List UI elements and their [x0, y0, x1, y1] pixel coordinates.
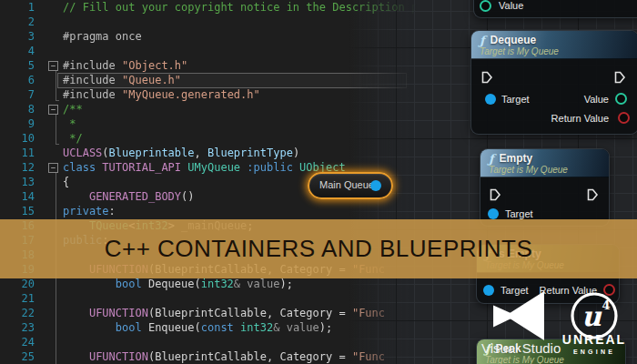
line-number: 6 [0, 73, 35, 87]
code-line: 25 UFUNCTION(BlueprintCallable, Category… [0, 349, 420, 364]
code-line: 4 [0, 44, 420, 58]
exec-in-pin[interactable] [481, 71, 493, 84]
code-line: 9 * [0, 116, 420, 131]
visual-studio-icon [491, 289, 546, 342]
exec-out-pin[interactable] [614, 71, 626, 84]
line-number: 3 [0, 29, 35, 44]
code-line: 15private: [0, 204, 420, 218]
pin-label: Target [501, 93, 530, 106]
target-pin[interactable] [485, 94, 496, 105]
node-header: ƒ Empty Target is My Queue [480, 149, 609, 177]
unreal-label: UNREAL [553, 332, 635, 347]
int-pin[interactable] [480, 0, 491, 12]
title-banner: C++ CONTAINERS AND BLUEPRINTS [0, 219, 637, 278]
line-number: 7 [0, 87, 35, 102]
pin-label: Value [499, 0, 523, 12]
line-number: 20 [0, 277, 35, 291]
node-dequeue[interactable]: ƒ Dequeue Target is My Queue Target Valu… [470, 30, 637, 135]
code-line: 20 bool Dequeue(int32& value); [0, 277, 420, 291]
code-line: 5#include "Object.h" [0, 58, 420, 73]
node-subtitle: Target is My Queue [489, 165, 609, 175]
fold-guide-foot [56, 100, 59, 101]
svg-text:4: 4 [602, 298, 610, 312]
int-pin[interactable] [615, 93, 627, 105]
line-number: 5 [0, 58, 35, 73]
node-header: ƒ Dequeue Target is My Queue [471, 31, 637, 59]
pin-label: Value [584, 93, 609, 106]
line-number: 1 [0, 0, 35, 15]
svg-text:u: u [581, 300, 602, 332]
node-title: Empty [500, 152, 533, 165]
exec-in-pin[interactable] [490, 188, 501, 201]
fold-collapse-marker[interactable]: − [48, 163, 58, 173]
node-partial-top[interactable]: Value [473, 0, 637, 18]
code-line: 22 UFUNCTION(BlueprintCallable, Category… [0, 306, 420, 320]
code-line: 10 */ [0, 131, 420, 146]
engine-label: ENGINE [553, 349, 635, 355]
fold-collapse-marker[interactable]: − [48, 61, 58, 71]
tutorial-thumbnail: 1// Fill out your copyright notice in th… [0, 0, 637, 364]
code-line: 6#include "Queue.h" [0, 73, 420, 87]
node-main-queue-variable[interactable]: Main Queue [308, 172, 393, 199]
line-number: 14 [0, 189, 35, 204]
line-number: 11 [0, 146, 35, 160]
fold-guide-foot [56, 144, 59, 145]
line-number: 15 [0, 204, 35, 218]
line-number: 13 [0, 175, 35, 189]
bool-pin[interactable] [618, 112, 630, 124]
line-number: 9 [0, 116, 35, 131]
line-number: 21 [0, 291, 35, 306]
line-number: 25 [0, 349, 35, 364]
code-line: 7#include "MyQueue.generated.h" [0, 87, 420, 102]
node-title: Dequeue [490, 34, 537, 46]
node-empty[interactable]: ƒ Empty Target is My Queue Target [480, 148, 610, 227]
line-number: 4 [0, 44, 35, 58]
pin-label: Return Value [551, 112, 609, 125]
visual-studio-label: Visual Studio [481, 340, 561, 356]
code-line: 24 [0, 335, 420, 349]
page-title: C++ CONTAINERS AND BLUEPRINTS [105, 235, 533, 263]
pin-label: Target [505, 207, 533, 220]
output-pin[interactable] [370, 180, 381, 191]
line-number: 23 [0, 320, 35, 335]
code-line: 8/** [0, 102, 420, 116]
fold-guide [56, 71, 56, 100]
line-number: 8 [0, 102, 35, 116]
node-subtitle: Target is My Queue [485, 355, 625, 364]
code-line: 21 [0, 291, 420, 306]
code-line: 23 bool Enqueue(const int32& value); [0, 320, 420, 335]
line-number: 22 [0, 306, 35, 320]
code-line: 1// Fill out your copyright notice in th… [0, 0, 420, 15]
line-number: 12 [0, 160, 35, 175]
line-number: 10 [0, 131, 35, 146]
exec-out-pin[interactable] [587, 188, 599, 201]
function-icon: ƒ [480, 34, 485, 47]
target-pin[interactable] [488, 208, 499, 219]
code-line: 3#pragma once [0, 29, 420, 44]
node-subtitle: Target is My Queue [480, 46, 637, 56]
function-icon: ƒ [489, 152, 494, 166]
code-line: 2 [0, 15, 420, 29]
line-number: 2 [0, 15, 35, 29]
line-number: 24 [0, 335, 35, 349]
fold-collapse-marker[interactable]: − [48, 105, 58, 115]
code-line: 11UCLASS(Blueprintable, BlueprintType) [0, 146, 420, 160]
variable-label: Main Queue [319, 179, 374, 190]
fold-guide [56, 115, 56, 144]
